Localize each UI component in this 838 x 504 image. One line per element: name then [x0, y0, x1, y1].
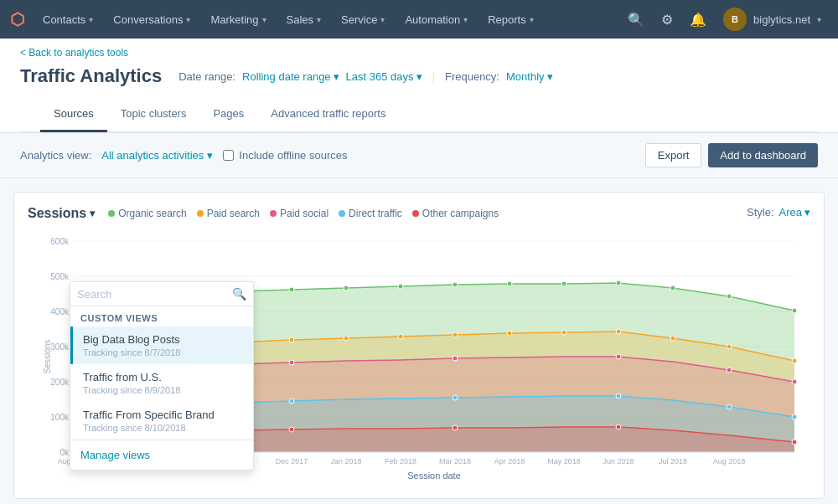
legend-dot [412, 210, 419, 217]
svg-text:100k: 100k [50, 413, 70, 422]
svg-point-19 [289, 287, 294, 292]
legend-paid-search: Paid search [197, 208, 260, 219]
account-menu[interactable]: B biglytics.net ▾ [716, 4, 828, 34]
toolbar-actions: Export Add to dashboard [645, 143, 818, 167]
chevron-down-icon: ▾ [89, 15, 93, 24]
dropdown-search-input[interactable] [77, 288, 227, 301]
svg-text:Dec 2017: Dec 2017 [276, 457, 308, 465]
avatar: B [723, 8, 747, 31]
legend-dot [270, 210, 277, 217]
dropdown-search-box: 🔍 [70, 282, 253, 306]
settings-icon[interactable]: ⚙ [654, 7, 680, 33]
page-header: < Back to analytics tools Traffic Analyt… [0, 39, 838, 133]
tab-sources[interactable]: Sources [40, 97, 107, 132]
svg-point-60 [616, 424, 621, 429]
chevron-down-icon: ▾ [317, 15, 321, 24]
nav-contacts[interactable]: Contacts ▾ [34, 8, 101, 31]
style-dropdown[interactable]: Area ▾ [779, 206, 810, 219]
svg-point-20 [344, 285, 349, 291]
svg-point-49 [792, 379, 797, 384]
page-title: Traffic Analytics [20, 65, 162, 87]
top-nav: ⬡ Contacts ▾ Conversations ▾ Marketing ▾… [0, 0, 838, 39]
svg-point-40 [670, 336, 675, 341]
notifications-icon[interactable]: 🔔 [683, 7, 713, 33]
last-days-selector[interactable]: Last 365 days ▾ [346, 70, 422, 83]
chevron-down-icon: ▾ [90, 208, 95, 219]
svg-text:Jul 2018: Jul 2018 [659, 457, 687, 465]
chart-legend: Organic search Paid search Paid social D… [108, 208, 499, 219]
chevron-down-icon: ▾ [530, 15, 534, 24]
dropdown-item-subtitle: Tracking since 8/9/2018 [83, 385, 243, 395]
nav-automation[interactable]: Automation ▾ [396, 8, 476, 31]
svg-point-46 [453, 356, 458, 361]
svg-point-24 [561, 281, 566, 286]
analytics-view-dropdown[interactable]: All analytics activities ▾ [101, 149, 213, 162]
back-link[interactable]: < Back to analytics tools [20, 39, 818, 59]
analytics-toolbar: Analytics view: All analytics activities… [0, 133, 838, 178]
legend-paid-social: Paid social [270, 208, 328, 219]
include-offline-checkbox[interactable] [223, 150, 234, 161]
svg-text:Jun 2018: Jun 2018 [603, 457, 634, 465]
dropdown-item-traffic-us[interactable]: Traffic from U.S. Tracking since 8/9/201… [70, 364, 253, 402]
tab-advanced[interactable]: Advanced traffic reports [257, 97, 399, 132]
add-dashboard-button[interactable]: Add to dashboard [708, 143, 818, 167]
chevron-down-icon: ▾ [186, 15, 190, 24]
svg-point-45 [289, 360, 294, 365]
hubspot-logo: ⬡ [10, 9, 24, 29]
svg-point-58 [289, 427, 294, 432]
export-button[interactable]: Export [645, 143, 702, 167]
svg-text:400k: 400k [50, 307, 70, 316]
dropdown-item-big-data[interactable]: Big Data Blog Posts Tracking since 8/7/2… [70, 327, 253, 364]
svg-text:200k: 200k [50, 378, 70, 387]
nav-reports[interactable]: Reports ▾ [479, 8, 542, 31]
nav-marketing[interactable]: Marketing ▾ [202, 8, 274, 31]
svg-point-23 [507, 281, 512, 286]
dropdown-item-title: Big Data Blog Posts [83, 333, 243, 346]
tab-pages[interactable]: Pages [199, 97, 257, 132]
svg-point-48 [727, 368, 732, 373]
search-icon[interactable]: 🔍 [621, 7, 651, 33]
manage-views-link[interactable]: Manage views [70, 440, 253, 470]
chevron-down-icon: ▾ [207, 149, 213, 162]
search-icon[interactable]: 🔍 [232, 287, 246, 301]
svg-point-39 [616, 329, 621, 334]
chevron-down-icon: ▾ [463, 15, 468, 24]
sessions-dropdown[interactable]: Sessions ▾ [28, 206, 95, 221]
svg-text:May 2018: May 2018 [547, 457, 581, 465]
account-name: biglytics.net [753, 13, 810, 26]
svg-point-21 [398, 284, 403, 289]
svg-point-22 [453, 282, 458, 287]
include-offline-checkbox-label[interactable]: Include offline sources [223, 149, 347, 162]
header-controls: Date range: Rolling date range ▾ Last 36… [178, 70, 552, 83]
svg-point-37 [507, 331, 512, 336]
tab-topic-clusters[interactable]: Topic clusters [107, 97, 200, 132]
chevron-down-icon: ▾ [817, 15, 821, 24]
chevron-down-icon: ▾ [380, 15, 385, 24]
dropdown-item-traffic-brand[interactable]: Traffic From Specific Brand Tracking sin… [70, 402, 253, 440]
svg-text:500k: 500k [50, 272, 70, 281]
frequency-selector[interactable]: Monthly ▾ [506, 70, 553, 83]
svg-point-41 [727, 344, 732, 349]
nav-sales[interactable]: Sales ▾ [278, 8, 330, 31]
svg-text:600k: 600k [50, 237, 70, 246]
svg-point-55 [727, 404, 732, 409]
svg-text:Apr 2018: Apr 2018 [494, 457, 525, 465]
svg-point-26 [670, 285, 675, 291]
date-range-selector[interactable]: Rolling date range ▾ [242, 70, 339, 83]
svg-point-27 [727, 294, 732, 299]
svg-point-36 [453, 332, 458, 337]
legend-organic-search: Organic search [108, 208, 186, 219]
svg-point-52 [289, 399, 294, 404]
chevron-down-icon: ▾ [334, 70, 339, 83]
legend-dot [197, 210, 204, 217]
nav-conversations[interactable]: Conversations ▾ [105, 8, 199, 31]
svg-text:Sessions: Sessions [43, 340, 52, 374]
svg-point-28 [792, 308, 797, 313]
svg-point-33 [289, 337, 294, 342]
svg-point-25 [616, 280, 621, 285]
nav-service[interactable]: Service ▾ [333, 8, 393, 31]
frequency-label: Frequency: [445, 70, 499, 83]
analytics-view-dropdown-menu: 🔍 Custom views Big Data Blog Posts Track… [70, 281, 254, 471]
svg-point-54 [616, 393, 621, 399]
dropdown-item-subtitle: Tracking since 8/7/2018 [83, 347, 243, 357]
